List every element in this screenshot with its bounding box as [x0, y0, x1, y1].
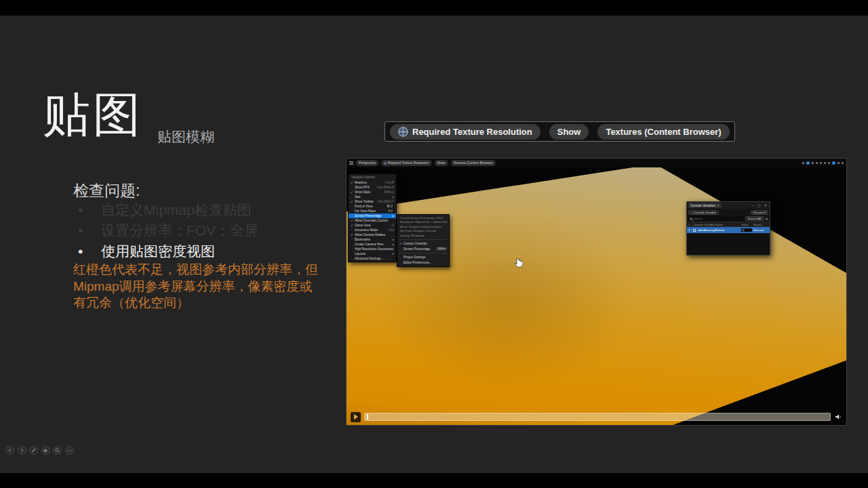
- menu-item-create-camera-here[interactable]: Create Camera Here▸: [349, 242, 396, 247]
- menu-item-stat[interactable]: Stat▸: [349, 195, 396, 199]
- viewport-stat-icons: [802, 161, 844, 165]
- note-paragraph: 红橙色代表不足，视图参考内部分辨率，但 Mipmap调用参考屏幕分辨率，像素密度…: [73, 262, 338, 312]
- seek-bar[interactable]: [364, 413, 831, 421]
- bullet-item: •使用贴图密度视图: [78, 242, 215, 261]
- console-variable-row[interactable]: 1 r.AntiAliasingMethod 0 Session: [687, 227, 770, 233]
- search-icon: [690, 218, 692, 220]
- bullet-item: •设置分辨率；FOV；全屏: [78, 221, 258, 240]
- bullet-item: •自定义Mipmap检查贴图: [78, 201, 252, 220]
- slide-title: 贴图: [43, 83, 143, 147]
- callout-label: Show: [557, 127, 581, 137]
- menu-item-bookmarks[interactable]: Bookmarks▸: [349, 237, 396, 242]
- submenu-info: Display: Windowed: [397, 234, 449, 238]
- bullet-glyph: •: [78, 202, 101, 218]
- more-options-button[interactable]: [65, 446, 74, 455]
- note-line: 有冗余（优化空间）: [73, 295, 338, 312]
- video-player-bar: [351, 411, 842, 422]
- console-empty-area: [687, 234, 770, 255]
- note-line: 红橙色代表不足，视图参考内部分辨率，但: [73, 262, 338, 279]
- show-label: Show: [437, 160, 446, 166]
- console-titlebar[interactable]: Console Variables ✕ – ▢ ✕: [687, 202, 770, 209]
- viewport[interactable]: [347, 167, 846, 425]
- callout-textures-content-browser: Textures (Content Browser): [597, 124, 729, 140]
- bullet-text: 自定义Mipmap检查贴图: [101, 202, 252, 218]
- add-console-variable-button[interactable]: + Console Variable: [688, 210, 719, 215]
- texture-density-plane: [347, 167, 846, 425]
- menu-item-layouts[interactable]: Layouts▸: [349, 251, 396, 256]
- pen-button[interactable]: [29, 446, 38, 455]
- next-slide-button[interactable]: [18, 446, 26, 455]
- menu-item-show-stats[interactable]: ✓Show StatsShift+L: [349, 190, 396, 195]
- menu-item-far-view-plane[interactable]: Far View Plane0.0: [349, 209, 396, 214]
- search-all-button[interactable]: Search All: [745, 216, 764, 221]
- console-variables-window: Console Variables ✕ – ▢ ✕ + Console Vari…: [686, 201, 770, 256]
- console-search-row: Search Search All ⚙: [687, 216, 770, 222]
- submenu-info: Resolution: 3840x2160 -> 3840x2160: [397, 220, 449, 224]
- arrow-right-icon: [20, 448, 24, 453]
- playhead[interactable]: [367, 414, 368, 420]
- gear-icon[interactable]: ⚙: [766, 217, 768, 221]
- submenu-item-project-settings[interactable]: Project Settings: [397, 255, 449, 260]
- menu-item-high-resolution-screenshot[interactable]: High Resolution Screenshot...: [349, 247, 396, 251]
- magnifier-icon: [55, 448, 60, 453]
- submenu-arrow-icon: ▸: [393, 243, 394, 246]
- submenu-item-screen-percentage[interactable]: Screen Percentage100 ▾: [397, 247, 449, 252]
- submenu-arrow-icon: ▸: [393, 252, 394, 256]
- window-controls[interactable]: – ▢ ✕: [752, 203, 768, 207]
- separator: [399, 253, 448, 253]
- submenu-arrow-icon: ▸: [393, 214, 394, 218]
- console-search-input[interactable]: Search: [688, 216, 744, 221]
- menu-item-show-fps[interactable]: Show FPSCtrl+Shift+H: [349, 185, 396, 190]
- textures-content-browser-button[interactable]: Textures (Content Browser): [451, 160, 496, 166]
- viewmode-button[interactable]: Required Texture Resolution: [381, 160, 431, 166]
- viewport-menu-icon[interactable]: [349, 161, 353, 165]
- play-button[interactable]: [351, 412, 361, 422]
- sphere-crosshair-icon: [398, 127, 408, 137]
- screen-percentage-spinbox[interactable]: 100 ▾: [436, 247, 447, 251]
- bullet-text: 设置分辨率；FOV；全屏: [101, 222, 258, 238]
- perspective-button[interactable]: Perspective: [356, 160, 378, 166]
- console-value-field[interactable]: 0: [741, 228, 752, 232]
- tab-close-icon[interactable]: ✕: [717, 204, 719, 207]
- menu-item-immersive-mode[interactable]: Immersive ModeF11: [349, 228, 396, 232]
- menu-item-field-of-view[interactable]: Field of View90.0: [349, 204, 396, 209]
- zoom-button[interactable]: [53, 446, 62, 455]
- viewport-options-menu: Viewport Options ✓RealtimeCtrl+R Show FP…: [348, 174, 397, 262]
- submenu-item-editor-preferences[interactable]: Editor Preferences...: [397, 260, 449, 266]
- show-button[interactable]: Show: [435, 160, 448, 166]
- separator: [399, 239, 448, 240]
- volume-button[interactable]: [834, 413, 842, 421]
- presets-button[interactable]: Presets ▾: [751, 210, 768, 215]
- far-view-plane-value[interactable]: 0.0: [387, 209, 394, 213]
- slide: 贴图 贴图模糊 检查问题: •自定义Mipmap检查贴图 •设置分辨率；FOV；…: [0, 16, 868, 473]
- bullet-glyph: •: [78, 243, 101, 260]
- menu-item-realtime[interactable]: ✓RealtimeCtrl+R: [349, 180, 396, 185]
- menu-item-screen-percentage[interactable]: Screen Percentage▸: [349, 214, 396, 218]
- textures-label: Textures (Content Browser): [454, 160, 493, 166]
- highlighter-button[interactable]: [41, 446, 50, 455]
- submenu-arrow-icon: ▸: [393, 238, 394, 241]
- viewmode-icon: [384, 162, 387, 165]
- console-variables-tab[interactable]: Console Variables ✕: [688, 203, 722, 208]
- ellipsis-icon: [66, 448, 72, 453]
- menu-title: Viewport Options: [349, 175, 396, 180]
- menu-item-advanced-settings[interactable]: Advanced Settings...: [349, 256, 396, 261]
- menu-item-show-toolbar[interactable]: ✓Show ToolbarCtrl+Shift+T: [349, 199, 396, 204]
- callout-label: Required Texture Resolution: [412, 127, 532, 137]
- menu-item-game-view[interactable]: ✓Game ViewG: [349, 223, 396, 228]
- hand-cursor-icon: [514, 258, 523, 268]
- screen-percentage-submenu: Current Screen Percentage: 100.0 Resolut…: [397, 214, 450, 267]
- embedded-video[interactable]: Perspective Required Texture Resolution …: [346, 158, 847, 426]
- play-icon: [354, 414, 358, 420]
- callout-label: Textures (Content Browser): [606, 127, 721, 137]
- checkbox[interactable]: [693, 229, 696, 232]
- submenu-item-custom-override[interactable]: ✓Custom Override: [397, 241, 449, 247]
- bullet-text: 使用贴图密度视图: [101, 243, 215, 259]
- menu-item-allow-cinematic-control[interactable]: ✓Allow Cinematic Control: [349, 218, 396, 223]
- bullet-glyph: •: [78, 222, 101, 239]
- fov-value[interactable]: 90.0: [385, 205, 394, 208]
- previous-slide-button[interactable]: [5, 446, 14, 455]
- viewport-toolbar: Perspective Required Texture Resolution …: [347, 159, 846, 167]
- perspective-label: Perspective: [359, 160, 376, 166]
- menu-item-allow-camera-shakes[interactable]: ✓Allow Camera Shakes: [349, 232, 396, 237]
